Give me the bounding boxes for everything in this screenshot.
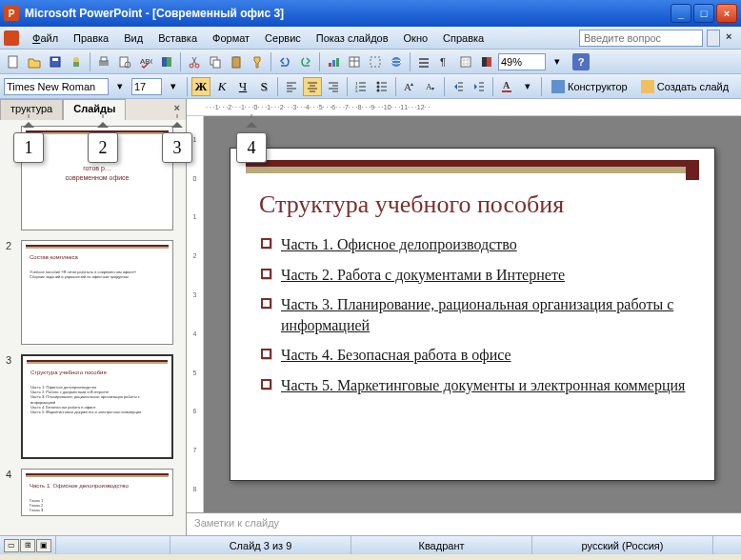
ask-question-input[interactable] [579,30,703,47]
document-close-button[interactable]: × [726,30,741,46]
shadow-button[interactable]: S [254,77,273,96]
save-button[interactable] [46,52,65,71]
decrease-font-button[interactable]: A▾ [421,77,440,96]
help-button[interactable]: ? [572,53,590,70]
font-selector[interactable] [4,78,109,95]
svg-rect-19 [332,60,335,67]
bullets-button[interactable] [372,77,391,96]
menu-edit[interactable]: Правка [66,30,116,47]
menu-window[interactable]: Окно [396,30,436,47]
normal-view-button[interactable]: ▭ [4,539,19,552]
list-item: Часть 4. Безопасная работа в офисе [281,345,511,366]
svg-text:3: 3 [355,89,358,93]
align-center-button[interactable] [303,77,322,96]
list-item: Часть 1. Офисное делопроизводство [281,234,517,255]
svg-rect-0 [9,56,17,68]
slide-body[interactable]: Часть 1. Офисное делопроизводство Часть … [261,234,695,406]
print-button[interactable] [94,52,113,71]
slideshow-button[interactable]: ▣ [36,539,51,552]
designer-button[interactable]: Конструктор [546,78,633,95]
expand-all-button[interactable] [414,52,433,71]
slide-thumbnail[interactable]: Состав комплекса Учебное пособие «Я гото… [21,240,173,345]
slide-thumbnail[interactable]: Часть 1. Офисное делопроизводство Глава … [21,469,173,516]
menu-view[interactable]: Вид [116,30,150,47]
menu-slideshow[interactable]: Показ слайдов [309,30,396,47]
bold-button[interactable]: Ж [191,77,210,96]
font-dropdown[interactable]: ▾ [110,77,130,96]
show-formatting-button[interactable]: ¶ [435,52,454,71]
tables-borders-button[interactable] [366,52,385,71]
notes-pane[interactable]: Заметки к слайду [187,512,741,535]
size-dropdown[interactable]: ▾ [164,77,183,96]
thumbnails-list[interactable]: готов р… современном офисе 2 Состав комп… [0,120,186,535]
bullet-icon [261,269,271,279]
ask-dropdown[interactable] [707,30,720,47]
copy-button[interactable] [206,52,225,71]
numbering-button[interactable]: 123 [351,77,370,96]
underline-button[interactable]: Ч [233,77,252,96]
menu-tools[interactable]: Сервис [257,30,309,47]
slide-decoration-bar [246,160,699,173]
formatting-toolbar: ▾ ▾ Ж К Ч S 123 A▴ A▾ A ▾ Конструктор Со… [0,74,741,99]
maximize-button[interactable]: □ [693,4,714,23]
format-painter-button[interactable] [248,52,267,71]
research-button[interactable] [157,52,176,71]
svg-point-57 [377,85,380,88]
italic-button[interactable]: К [212,77,231,96]
align-left-button[interactable] [282,77,301,96]
font-size-selector[interactable] [131,78,162,95]
svg-point-56 [377,81,380,84]
svg-rect-10 [162,57,167,67]
menu-format[interactable]: Формат [205,30,257,47]
cut-button[interactable] [185,52,204,71]
status-language[interactable]: русский (Россия) [531,536,712,554]
horizontal-ruler[interactable]: · · ·1· · ·2· · ·1· · ·0· · ·1· · ·2· · … [187,99,741,116]
menu-file[interactable]: Файл [25,30,66,47]
decrease-indent-button[interactable] [449,77,468,96]
font-color-button[interactable]: A [497,77,516,96]
new-slide-button[interactable]: Создать слайд [635,78,734,95]
zoom-dropdown[interactable]: ▾ [548,52,567,71]
align-right-button[interactable] [324,77,343,96]
paste-button[interactable] [227,52,246,71]
svg-text:A: A [503,80,511,90]
increase-indent-button[interactable] [470,77,489,96]
print-preview-button[interactable] [115,52,134,71]
slide-thumbnail-selected[interactable]: Структура учебного пособия Часть 1. Офис… [21,354,173,459]
app-small-icon[interactable] [4,30,19,46]
redo-button[interactable] [296,52,315,71]
increase-font-button[interactable]: A▴ [400,77,419,96]
slide-title[interactable]: Структура учебного пособия [259,190,564,219]
show-grid-button[interactable] [456,52,475,71]
vertical-ruler[interactable]: 1012345678 [187,116,204,512]
minimize-button[interactable]: _ [671,4,691,23]
insert-hyperlink-button[interactable] [387,52,406,71]
permissions-button[interactable] [67,52,86,71]
slide-canvas[interactable]: Структура учебного пособия Часть 1. Офис… [204,116,741,512]
callout-2: 2 [88,132,118,163]
insert-table-button[interactable] [345,52,364,71]
spellcheck-button[interactable]: ABC [136,52,155,71]
tab-slides[interactable]: Слайды [63,99,126,120]
close-button[interactable]: × [716,4,737,23]
svg-rect-20 [336,58,339,67]
designer-icon [551,80,565,93]
insert-chart-button[interactable] [324,52,343,71]
workspace: труктура Слайды × готов р… современном о… [0,99,741,535]
open-button[interactable] [25,52,44,71]
font-color-dropdown[interactable]: ▾ [518,77,537,96]
new-button[interactable] [4,52,23,71]
app-icon: P [4,6,19,21]
slide[interactable]: Структура учебного пособия Часть 1. Офис… [230,148,715,481]
slide-area: 1012345678 Структура учебного пособия Ча… [187,116,741,512]
color-toggle-button[interactable] [477,52,496,71]
slide-sorter-button[interactable]: ⊞ [20,539,35,552]
svg-rect-24 [370,57,380,67]
menu-insert[interactable]: Вставка [150,30,205,47]
svg-point-13 [195,64,199,68]
zoom-input[interactable] [498,53,546,70]
menu-help[interactable]: Справка [435,30,491,47]
undo-button[interactable] [275,52,294,71]
horizontal-scrollbar[interactable] [55,536,170,554]
svg-rect-15 [213,60,220,68]
